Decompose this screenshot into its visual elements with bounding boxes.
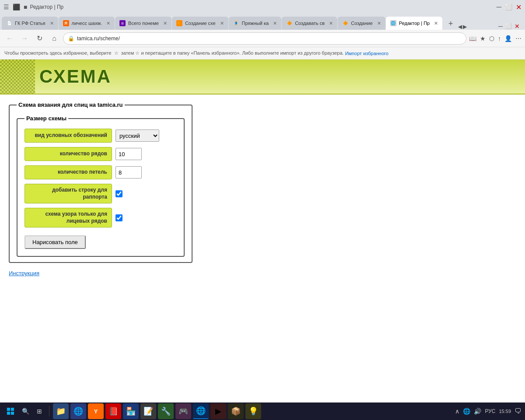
refresh-btn[interactable]: ↻ [33, 34, 46, 42]
nav-icons: 📖 ★ ⬡ ↑ 👤 ⋯ [469, 35, 522, 42]
svg-rect-3 [11, 412, 14, 415]
new-tab-btn[interactable]: + [444, 18, 457, 30]
tab-label-gk: ГК РФ Статья [15, 21, 46, 26]
front-rows-checkbox[interactable] [116, 214, 122, 221]
site-header: СХЕМА [0, 60, 525, 94]
outer-fieldset: Схема вязания для спиц на tamica.ru Разм… [9, 102, 192, 263]
taskbar-app-pdf[interactable]: 📕 [105, 403, 121, 419]
rapporte-checkbox[interactable] [116, 190, 122, 197]
back-btn[interactable]: ← [4, 35, 16, 42]
tab-close-sozdanie1[interactable]: ✕ [220, 21, 224, 26]
taskbar-app-player[interactable]: ▶ [210, 403, 226, 419]
address-bar[interactable]: 🔒 tamica.ru/scheme/ [63, 32, 466, 45]
taskbar-app-browser2[interactable]: 🌐 [193, 403, 209, 419]
rapporte-label: добавить строку для раппорта [24, 184, 112, 203]
taskbar-app-notepad[interactable]: 📝 [140, 403, 156, 419]
svg-rect-0 [7, 408, 10, 411]
tab-close-gk[interactable]: ✕ [50, 21, 54, 26]
window-title: Редактор | Пр [30, 4, 63, 10]
start-btn[interactable] [4, 404, 18, 418]
tab-vsego[interactable]: В Всего понеме ✕ [115, 17, 172, 30]
taskbar-app-explorer[interactable]: 📁 [53, 403, 69, 419]
draw-button[interactable]: Нарисовать поле [24, 235, 86, 249]
taskbar-app-yandex[interactable]: Y [88, 403, 104, 419]
tab-bar: 📄 ГК РФ Статья ✕ Я личесс шахм. ✕ В Всег… [0, 14, 525, 30]
taskbar-search-btn[interactable]: 🔍 [19, 405, 32, 417]
front-rows-row: схема узора только для лицевых рядов [24, 208, 177, 228]
rows-count-input[interactable] [116, 148, 142, 160]
nav-bar: ← → ↻ ⌂ 🔒 tamica.ru/scheme/ 📖 ★ ⬡ ↑ 👤 ⋯ [0, 30, 525, 47]
tab-sozdanie1[interactable]: 🔶 Создание схе ✕ [172, 17, 228, 30]
taskbar-app-game[interactable]: 🎮 [175, 403, 191, 419]
tray-lang[interactable]: РУС [485, 408, 495, 414]
tab-yarn[interactable]: 🧵 Пряжный ка ✕ [229, 17, 282, 30]
tray-network-icon[interactable]: 🌐 [463, 408, 470, 415]
taskbar-app-bulb[interactable]: 💡 [245, 403, 261, 419]
taskbar-widgets-btn[interactable]: ⊞ [33, 405, 46, 417]
symbol-type-label: вид условных обозначений [24, 129, 112, 143]
tab-sozdanie2[interactable]: 🔶 Создание ✕ [338, 17, 385, 30]
tab-lichess[interactable]: Я личесс шахм. ✕ [59, 17, 115, 30]
svg-rect-2 [7, 412, 10, 415]
close-btn[interactable]: ✕ [516, 3, 522, 11]
tab-close-yarn[interactable]: ✕ [273, 21, 277, 26]
instruction-link[interactable]: Инструкция [9, 270, 516, 276]
minimize-win-btn[interactable]: ─ [498, 23, 503, 30]
tab-scroll-arrows: ◀ ▶ [458, 24, 467, 30]
taskbar-notification-btn[interactable]: 🗨 [514, 407, 522, 415]
tab-close-sozdanie2[interactable]: ✕ [377, 21, 381, 26]
tab-arrow-left[interactable]: ◀ [458, 24, 462, 30]
tab-favicon-lichess: Я [63, 20, 69, 26]
symbol-type-select[interactable]: русский english [116, 130, 159, 142]
tab-label-create: Создавать св [295, 21, 325, 26]
tab-gk[interactable]: 📄 ГК РФ Статья ✕ [2, 17, 58, 30]
settings-icon[interactable]: ⋯ [515, 35, 522, 42]
taskbar-app-archive[interactable]: 📦 [228, 403, 244, 419]
tab-arrow-right[interactable]: ▶ [463, 24, 467, 30]
loops-count-input[interactable] [116, 166, 142, 178]
rows-count-row: количество рядов [24, 147, 177, 161]
site-title: СХЕМА [39, 66, 112, 87]
title-bar: ☰ ⬛ ■ Редактор | Пр ─ ⬜ ✕ [0, 0, 525, 14]
tab-close-vsego[interactable]: ✕ [163, 21, 167, 26]
home-btn[interactable]: ⌂ [48, 35, 60, 42]
import-favorites-link[interactable]: Импорт избранного [345, 51, 388, 56]
tab-close-create[interactable]: ✕ [329, 21, 333, 26]
taskbar-app-store[interactable]: 🏪 [123, 403, 139, 419]
taskbar-app-tool[interactable]: 🔧 [158, 403, 174, 419]
tray-sound-icon[interactable]: 🔊 [474, 408, 481, 415]
maximize-btn[interactable]: ⬜ [505, 4, 512, 10]
tab-close-editor[interactable]: ✕ [434, 21, 438, 26]
inner-legend: Размер схемы [24, 115, 68, 122]
forward-icon[interactable]: ■ [24, 4, 27, 10]
forward-btn[interactable]: → [18, 35, 31, 42]
tab-label-yarn: Пряжный ка [242, 21, 269, 26]
tab-editor[interactable]: 🌐 Редактор | Пр ✕ [386, 17, 442, 30]
back-icon[interactable]: ⬛ [13, 4, 20, 10]
maximize-win-btn[interactable]: ⬜ [505, 23, 512, 29]
loops-count-row: количество петель [24, 165, 177, 179]
tray-clock[interactable]: 15:59 [499, 409, 511, 414]
loops-count-label: количество петель [24, 165, 112, 179]
tab-label-sozdanie1: Создание схе [185, 21, 216, 26]
taskbar-tray: ∧ 🌐 🔊 РУС 15:59 🗨 [455, 407, 522, 415]
tab-create[interactable]: 🔶 Создавать св ✕ [282, 17, 337, 30]
minimize-btn[interactable]: ─ [497, 3, 501, 11]
profile-icon[interactable]: 👤 [504, 35, 512, 42]
tab-label-lichess: личесс шахм. [72, 21, 102, 26]
tab-label-vsego: Всего понеме [128, 21, 159, 26]
tab-favicon-sozdanie1: 🔶 [176, 20, 182, 26]
share-icon[interactable]: ↑ [498, 35, 501, 42]
rows-count-label: количество рядов [24, 147, 112, 161]
tray-up-icon[interactable]: ∧ [455, 408, 459, 415]
inner-fieldset: Размер схемы вид условных обозначений ру… [17, 115, 185, 257]
window-menu-icon[interactable]: ☰ [4, 4, 9, 10]
tab-close-lichess[interactable]: ✕ [106, 21, 110, 26]
rapporte-row: добавить строку для раппорта [24, 184, 177, 203]
close-win-btn[interactable]: ✕ [514, 23, 520, 30]
collections-icon[interactable]: ⬡ [489, 35, 494, 42]
tab-favicon-yarn: 🧵 [233, 20, 239, 26]
reading-view-icon[interactable]: 📖 [469, 35, 476, 42]
taskbar-app-edge[interactable]: 🌐 [70, 403, 86, 419]
favorites-icon[interactable]: ★ [480, 35, 486, 42]
